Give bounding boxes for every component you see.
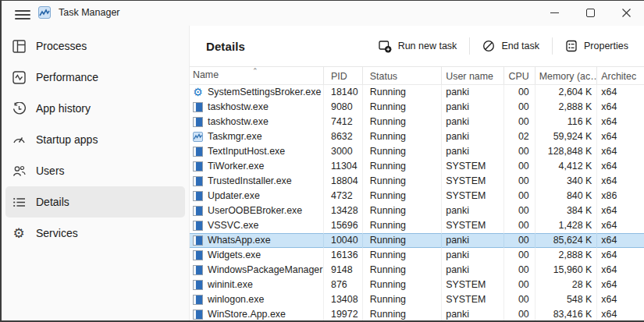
process-name: Updater.exe	[208, 189, 260, 203]
process-cpu: 00	[504, 307, 535, 322]
process-pid: 8632	[324, 129, 363, 144]
table-row[interactable]: TiWorker.exe 11304 Running SYSTEM 00 4,4…	[190, 159, 644, 174]
process-user: panki	[442, 233, 504, 248]
process-user: SYSTEM	[442, 159, 504, 174]
table-row[interactable]: WinStore.App.exe 19972 Running panki 00 …	[190, 307, 644, 322]
table-row[interactable]: TextInputHost.exe 3000 Running panki 00 …	[190, 144, 644, 159]
sort-ascending-icon: ⌃	[252, 67, 258, 75]
sidebar-item-users[interactable]: Users	[5, 155, 185, 186]
column-header-user-name[interactable]: User name	[442, 67, 504, 84]
sidebar-item-services[interactable]: ⚙ Services	[5, 218, 185, 249]
process-user: SYSTEM	[442, 189, 504, 203]
column-header-cpu[interactable]: CPU	[504, 67, 535, 84]
table-row[interactable]: UserOOBEBroker.exe 13428 Running panki 0…	[190, 203, 644, 218]
process-name: wininit.exe	[208, 278, 253, 292]
table-row[interactable]: wininit.exe 876 Running SYSTEM 00 28 K x…	[190, 278, 644, 292]
process-icon	[193, 265, 203, 275]
nav-menu-button[interactable]	[9, 6, 36, 20]
column-header-pid[interactable]: PID	[324, 67, 363, 84]
toolbar-divider	[469, 37, 470, 55]
maximize-button[interactable]	[572, 1, 608, 24]
process-status: Running	[363, 278, 442, 292]
history-clock-icon	[12, 101, 26, 115]
process-memory: 840 K	[535, 189, 598, 203]
details-pane: Details Run new task End task Prope	[189, 26, 644, 320]
column-header-architecture[interactable]: Architec	[597, 67, 644, 84]
sidebar: Processes Performance App history Startu…	[2, 26, 189, 320]
table-row[interactable]: taskhostw.exe 7412 Running panki 00 116 …	[190, 115, 644, 129]
process-name: Taskmgr.exe	[208, 129, 262, 144]
column-header-name[interactable]: Name ⌃	[190, 67, 324, 84]
end-task-icon	[482, 40, 495, 52]
process-architecture: x64	[597, 85, 644, 100]
process-icon	[193, 191, 203, 201]
process-name: taskhostw.exe	[208, 100, 269, 115]
sidebar-item-startup-apps[interactable]: Startup apps	[5, 124, 185, 155]
process-memory: 83,416 K	[535, 307, 598, 322]
process-cpu: 00	[504, 189, 535, 203]
process-pid: 7412	[324, 115, 363, 129]
process-status: Running	[363, 263, 442, 278]
process-architecture: x64	[597, 203, 644, 218]
table-row[interactable]: taskhostw.exe 9080 Running panki 00 2,88…	[190, 100, 644, 115]
process-name: taskhostw.exe	[208, 115, 269, 129]
table-row[interactable]: winlogon.exe 13408 Running SYSTEM 00 548…	[190, 292, 644, 307]
process-icon	[193, 147, 203, 157]
run-new-task-button[interactable]: Run new task	[369, 34, 467, 58]
table-row[interactable]: Taskmgr.exe 8632 Running panki 02 59,924…	[190, 129, 644, 144]
process-cpu: 00	[504, 159, 535, 174]
column-header-memory[interactable]: Memory (ac…	[535, 67, 598, 84]
column-header-status[interactable]: Status	[363, 67, 442, 84]
table-header: Name ⌃ PID Status User name CPU Memory (…	[190, 67, 644, 85]
minimize-button[interactable]	[536, 1, 572, 24]
process-status: Running	[363, 189, 442, 203]
process-architecture: x64	[597, 159, 644, 174]
sidebar-item-processes[interactable]: Processes	[5, 30, 185, 62]
process-user: panki	[442, 248, 504, 263]
table-row[interactable]: VSSVC.exe 15696 Running SYSTEM 00 1,428 …	[190, 218, 644, 233]
process-status: Running	[363, 248, 442, 263]
table-row[interactable]: Widgets.exe 16136 Running panki 00 2,888…	[190, 248, 644, 263]
process-memory: 1,428 K	[535, 218, 598, 233]
process-status: Running	[363, 85, 442, 100]
process-memory: 15,960 K	[535, 263, 598, 278]
process-architecture: x64	[597, 292, 644, 307]
process-pid: 18804	[324, 174, 363, 189]
titlebar: Task Manager	[2, 1, 644, 26]
sidebar-item-details[interactable]: Details	[5, 186, 185, 218]
table-row[interactable]: Updater.exe 4732 Running SYSTEM 00 840 K…	[190, 189, 644, 203]
process-status: Running	[363, 144, 442, 159]
page-title: Details	[206, 40, 245, 53]
process-memory: 28 K	[535, 278, 598, 292]
process-cpu: 00	[504, 174, 535, 189]
process-icon: ⚙	[193, 87, 203, 97]
table-row[interactable]: TrustedInstaller.exe 18804 Running SYSTE…	[190, 174, 644, 189]
process-icon	[193, 221, 203, 231]
process-cpu: 00	[504, 85, 535, 100]
process-architecture: x64	[597, 263, 644, 278]
process-icon	[193, 310, 203, 320]
process-pid: 13428	[324, 203, 363, 218]
process-status: Running	[363, 174, 442, 189]
sidebar-item-performance[interactable]: Performance	[5, 62, 185, 93]
process-status: Running	[363, 292, 442, 307]
table-row[interactable]: ⚙ SystemSettingsBroker.exe 18140 Running…	[190, 85, 644, 100]
process-cpu: 00	[504, 233, 535, 248]
process-memory: 2,888 K	[535, 248, 598, 263]
process-memory: 2,604 K	[535, 85, 598, 100]
end-task-button[interactable]: End task	[473, 34, 549, 58]
table-row[interactable]: WhatsApp.exe 10040 Running panki 00 85,6…	[190, 233, 644, 248]
process-status: Running	[363, 129, 442, 144]
sidebar-item-label: Startup apps	[36, 133, 98, 146]
process-pid: 9080	[324, 100, 363, 115]
sidebar-item-app-history[interactable]: App history	[5, 93, 185, 124]
process-architecture: x64	[597, 218, 644, 233]
process-icon	[193, 132, 203, 142]
process-cpu: 02	[504, 129, 535, 144]
properties-button[interactable]: Properties	[556, 34, 638, 58]
table-row[interactable]: WindowsPackageManagerSe… 9148 Running pa…	[190, 263, 644, 278]
process-memory: 548 K	[535, 292, 598, 307]
close-button[interactable]	[608, 1, 644, 24]
process-icon	[193, 176, 203, 186]
process-user: panki	[442, 115, 504, 129]
